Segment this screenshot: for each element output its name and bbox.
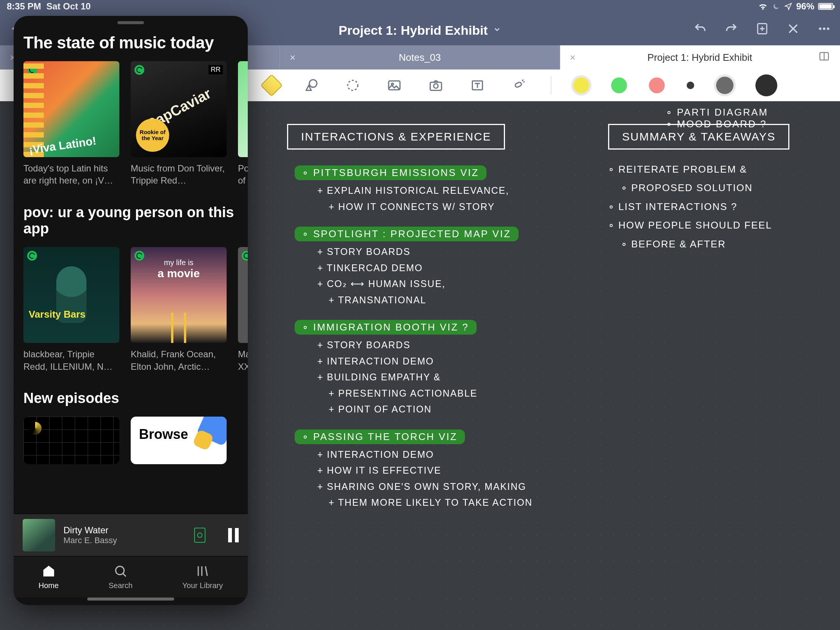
- svg-point-16: [434, 84, 438, 88]
- color-green[interactable]: [611, 77, 627, 93]
- add-page-button[interactable]: [755, 22, 769, 37]
- battery-icon: [818, 3, 833, 10]
- status-time: 8:35 PM: [7, 1, 41, 12]
- now-playing-title: Dirty Water: [63, 525, 186, 535]
- browse-card[interactable]: Browse: [131, 417, 227, 464]
- close-icon[interactable]: ×: [570, 52, 576, 63]
- redo-button[interactable]: [725, 22, 738, 37]
- section-box-interactions: INTERACTIONS & EXPERIENCE: [287, 124, 505, 150]
- spotify-scroll[interactable]: The state of music today ¡Viva Latino! T…: [14, 27, 248, 514]
- spotify-slideover[interactable]: The state of music today ¡Viva Latino! T…: [14, 16, 248, 605]
- playlist-card-rapcaviar[interactable]: R​RRapCaviarRookie of the Year Music fro…: [131, 61, 227, 187]
- close-icon[interactable]: ×: [290, 52, 295, 63]
- home-indicator[interactable]: [87, 597, 174, 600]
- svg-point-6: [823, 28, 826, 30]
- playlist-card-varsity[interactable]: Varsity Bars blackbear, Trippie Redd, IL…: [24, 247, 119, 373]
- text-tool[interactable]: [467, 76, 487, 95]
- svg-point-10: [309, 80, 317, 87]
- more-button[interactable]: [817, 22, 831, 37]
- svg-point-7: [827, 28, 829, 30]
- size-medium[interactable]: [716, 77, 734, 94]
- camera-tool[interactable]: [426, 76, 446, 95]
- color-red[interactable]: [649, 77, 665, 93]
- location-icon: [784, 2, 793, 11]
- chevron-down-icon[interactable]: [493, 25, 501, 35]
- status-date: Sat Oct 10: [46, 1, 91, 12]
- shape-tool[interactable]: [302, 76, 321, 95]
- summary-bullets: REITERATE PROBLEM & PROPOSED SOLUTION LI…: [608, 160, 797, 253]
- tab-label: Notes_03: [399, 52, 441, 63]
- playlist-card-peek[interactable]: Ma XX: [238, 247, 248, 373]
- canvas-top-bullets: PARTI DIAGRAM MOOD BOARD ?: [666, 106, 768, 130]
- svg-point-5: [819, 28, 821, 30]
- nav-home[interactable]: Home: [38, 564, 58, 590]
- section-heading: New episodes: [24, 390, 238, 407]
- svg-line-22: [524, 82, 525, 82]
- hl-emissions: PITTSBURGH EMISSIONS VIZ: [295, 166, 486, 180]
- do-not-disturb-icon: [772, 2, 780, 11]
- spotify-logo-icon: [27, 251, 37, 261]
- hl-spotlight: SPOTLIGHT : PROJECTED MAP VIZ: [295, 227, 519, 242]
- card-caption: Khalid, Frank Ocean, Elton John, Arctic…: [131, 348, 227, 373]
- svg-point-12: [348, 81, 358, 91]
- playlist-card-movie[interactable]: my life isa movie Khalid, Frank Ocean, E…: [131, 247, 227, 373]
- wifi-icon: [758, 2, 768, 11]
- spotify-logo-icon: [134, 65, 144, 75]
- close-document-button[interactable]: [786, 22, 800, 37]
- document-title[interactable]: Project 1: Hybrid Exhibit: [339, 23, 488, 38]
- image-tool[interactable]: [385, 76, 404, 95]
- undo-button[interactable]: [693, 22, 707, 37]
- section-heading: pov: ur a young person on this app: [24, 204, 238, 237]
- lasso-tool[interactable]: [343, 76, 363, 95]
- svg-line-24: [123, 573, 126, 576]
- split-view-icon[interactable]: [818, 51, 830, 65]
- highlighter-tool[interactable]: [260, 74, 283, 96]
- nav-library[interactable]: Your Library: [182, 564, 223, 590]
- card-caption: blackbear, Trippie Redd, ILLENIUM, N…: [24, 348, 119, 373]
- status-bar: 8:35 PM Sat Oct 10 96%: [0, 0, 840, 13]
- card-caption: Music from Don Toliver, Trippie Red…: [131, 163, 227, 187]
- spotify-logo-icon: [134, 251, 144, 261]
- spotify-nav: Home Search Your Library: [14, 556, 248, 597]
- svg-point-23: [115, 566, 124, 575]
- card-caption: Today's top Latin hits are right here, o…: [24, 163, 119, 187]
- playlist-card-peek[interactable]: Po of t: [238, 61, 248, 187]
- battery-percent: 96%: [796, 1, 814, 12]
- toolbar-divider: [551, 76, 551, 95]
- svg-line-21: [522, 80, 523, 81]
- hl-torch: PASSING THE TORCH VIZ: [295, 429, 465, 444]
- svg-line-27: [205, 566, 207, 576]
- svg-rect-20: [515, 82, 522, 88]
- playlist-card-vivalatino[interactable]: ¡Viva Latino! Today's top Latin hits are…: [24, 61, 119, 187]
- size-small[interactable]: [687, 82, 694, 89]
- sticker-tool[interactable]: [509, 76, 529, 95]
- now-playing-bar[interactable]: Dirty Water Marc E. Bassy: [14, 514, 248, 556]
- color-yellow[interactable]: [573, 77, 589, 93]
- nav-search[interactable]: Search: [108, 564, 132, 590]
- tab-project1[interactable]: × Project 1: Hybrid Exhibit: [560, 45, 840, 69]
- tab-notes03[interactable]: × Notes_03: [280, 45, 560, 69]
- now-playing-cover[interactable]: [23, 519, 55, 551]
- now-playing-artist: Marc E. Bassy: [63, 535, 186, 545]
- slideover-grabber[interactable]: [117, 21, 144, 24]
- pause-button[interactable]: [228, 528, 239, 542]
- section-heading: The state of music today: [24, 33, 238, 52]
- hl-immigration: IMMIGRATION BOOTH VIZ ?: [295, 320, 477, 335]
- episode-card[interactable]: [24, 417, 119, 464]
- size-large[interactable]: [755, 74, 777, 96]
- tab-label: Project 1: Hybrid Exhibit: [647, 52, 752, 63]
- devices-icon[interactable]: [194, 527, 205, 543]
